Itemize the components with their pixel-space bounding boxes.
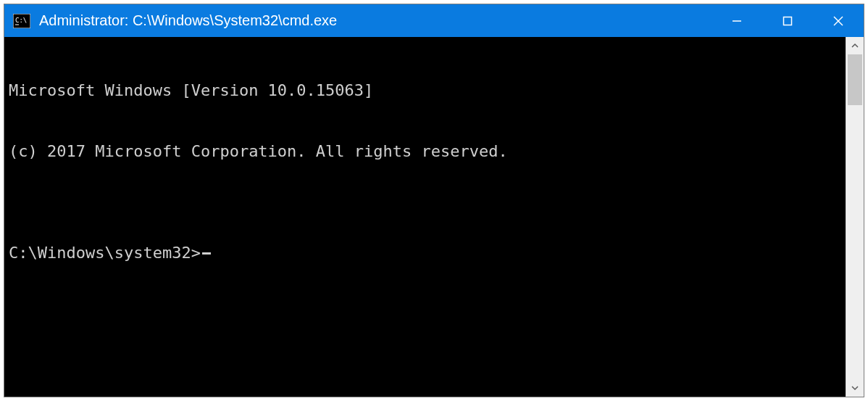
svg-rect-4 [784, 17, 792, 25]
vertical-scrollbar[interactable] [846, 37, 864, 397]
text-cursor [202, 252, 211, 255]
chevron-up-icon [851, 42, 859, 49]
scroll-up-button[interactable] [846, 37, 864, 54]
prompt-text: C:\Windows\system32> [9, 243, 201, 263]
chevron-down-icon [851, 384, 859, 392]
scrollbar-thumb[interactable] [848, 54, 862, 105]
window-title: Administrator: C:\Windows\System32\cmd.e… [39, 12, 337, 29]
maximize-icon [782, 15, 793, 27]
scroll-down-button[interactable] [846, 379, 864, 397]
stdout-line: Microsoft Windows [Version 10.0.15063] [9, 80, 840, 101]
stdout-line: (c) 2017 Microsoft Corporation. All righ… [9, 141, 840, 162]
client-area: Microsoft Windows [Version 10.0.15063] (… [4, 37, 864, 397]
terminal[interactable]: Microsoft Windows [Version 10.0.15063] (… [4, 37, 846, 397]
titlebar[interactable]: C:\ Administrator: C:\Windows\System32\c… [4, 4, 864, 37]
minimize-icon [731, 15, 743, 27]
close-icon [832, 15, 844, 27]
close-button[interactable] [813, 4, 864, 37]
maximize-button[interactable] [762, 4, 813, 37]
prompt-line: C:\Windows\system32> [9, 243, 840, 263]
scrollbar-track[interactable] [846, 54, 864, 379]
cmd-window: C:\ Administrator: C:\Windows\System32\c… [4, 4, 864, 397]
minimize-button[interactable] [711, 4, 762, 37]
svg-text:C:\: C:\ [15, 17, 27, 24]
cmd-icon: C:\ [13, 14, 30, 28]
